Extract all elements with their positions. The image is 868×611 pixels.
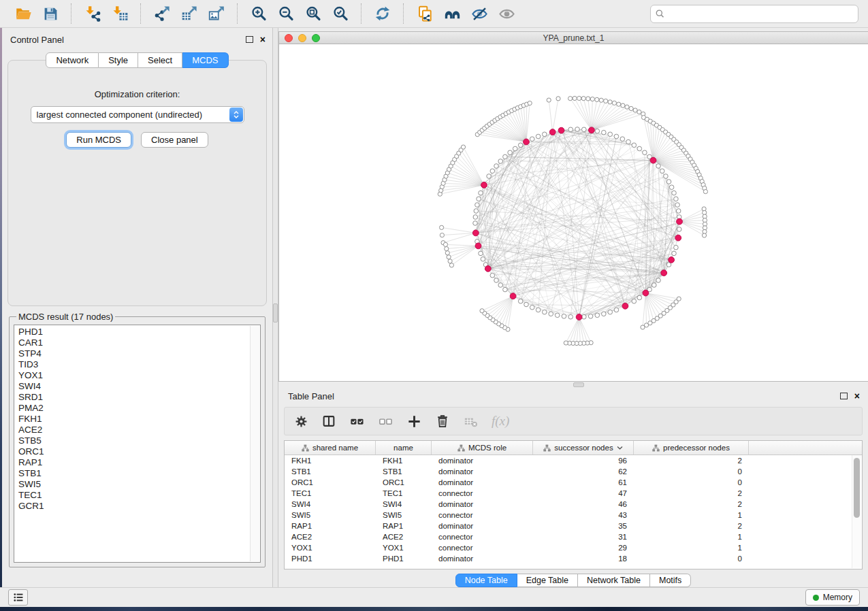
network-node[interactable]: [674, 245, 679, 250]
network-node[interactable]: [614, 134, 619, 139]
show-columns-button[interactable]: [321, 414, 336, 429]
network-node[interactable]: [633, 108, 637, 112]
deselect-all-button[interactable]: [378, 414, 393, 429]
run-mcds-button[interactable]: Run MCDS: [66, 132, 131, 148]
network-node-dominator[interactable]: [622, 303, 628, 309]
network-node[interactable]: [477, 197, 481, 201]
table-cell[interactable]: FKH1: [376, 457, 432, 465]
close-panel-icon[interactable]: ×: [854, 393, 860, 399]
mcds-result-item[interactable]: STB5: [18, 435, 260, 446]
network-node[interactable]: [672, 191, 677, 195]
table-row[interactable]: SWI5SWI5connector431: [285, 510, 862, 521]
import-table-button[interactable]: [109, 3, 131, 24]
table-cell[interactable]: dominator: [432, 478, 533, 486]
mcds-result-item[interactable]: STP4: [18, 348, 260, 359]
network-node[interactable]: [536, 134, 541, 139]
network-node[interactable]: [669, 185, 674, 190]
network-node-dominator[interactable]: [661, 270, 667, 276]
column-header-shared-name[interactable]: shared name: [285, 441, 376, 455]
tab-style[interactable]: Style: [99, 52, 138, 68]
open-session-button[interactable]: [12, 3, 34, 24]
table-cell[interactable]: 1: [634, 511, 749, 519]
network-node-dominator[interactable]: [524, 139, 530, 145]
network-node[interactable]: [490, 273, 495, 278]
table-cell[interactable]: STB1: [285, 467, 376, 476]
table-cell[interactable]: 0: [634, 478, 749, 486]
mcds-result-item[interactable]: STB1: [18, 468, 260, 479]
table-row[interactable]: STB1STB1dominator620: [285, 466, 862, 477]
table-cell[interactable]: SWI4: [376, 500, 432, 508]
table-row[interactable]: TEC1TEC1connector472: [285, 488, 862, 499]
network-node-dominator[interactable]: [472, 230, 479, 236]
network-node[interactable]: [473, 215, 478, 220]
tab-node-table[interactable]: Node Table: [455, 574, 517, 587]
network-node[interactable]: [621, 103, 625, 108]
mcds-result-item[interactable]: SWI4: [18, 381, 260, 392]
network-node-dominator[interactable]: [549, 129, 556, 135]
network-node[interactable]: [568, 314, 573, 319]
table-scrollbar[interactable]: [852, 455, 861, 568]
column-header-MCDS-role[interactable]: MCDS role: [432, 441, 533, 455]
table-scrollbar-thumb[interactable]: [854, 458, 860, 518]
table-cell[interactable]: 2: [634, 457, 749, 465]
table-cell[interactable]: RAP1: [285, 522, 376, 530]
network-node[interactable]: [617, 102, 621, 106]
network-node[interactable]: [602, 130, 607, 135]
import-network-button[interactable]: [82, 3, 103, 24]
close-panel-icon[interactable]: ×: [260, 36, 266, 43]
horizontal-splitter[interactable]: [278, 382, 868, 386]
tab-network[interactable]: Network: [46, 52, 99, 68]
network-node[interactable]: [503, 287, 508, 292]
network-node[interactable]: [637, 110, 641, 114]
network-node[interactable]: [556, 97, 560, 101]
network-node[interactable]: [524, 302, 529, 307]
mcds-result-item[interactable]: TEC1: [18, 490, 260, 501]
apply-layout-button[interactable]: [372, 3, 393, 24]
network-node[interactable]: [568, 97, 573, 101]
network-node[interactable]: [490, 169, 495, 174]
table-cell[interactable]: dominator: [432, 467, 533, 476]
network-node[interactable]: [637, 295, 642, 300]
network-node[interactable]: [664, 174, 669, 179]
splitter-grip[interactable]: [573, 382, 584, 387]
table-cell[interactable]: dominator: [432, 457, 533, 465]
table-cell[interactable]: 2: [634, 500, 749, 508]
network-node[interactable]: [703, 190, 707, 194]
network-node[interactable]: [564, 341, 568, 345]
network-node[interactable]: [632, 143, 637, 148]
table-cell[interactable]: dominator: [432, 522, 533, 530]
table-cell[interactable]: YOX1: [285, 544, 376, 552]
network-node[interactable]: [652, 283, 657, 288]
tab-motifs[interactable]: Motifs: [650, 574, 691, 587]
select-all-button[interactable]: [349, 414, 365, 429]
table-cell[interactable]: 47: [533, 489, 634, 497]
network-node-dominator[interactable]: [650, 157, 656, 163]
network-node[interactable]: [643, 150, 647, 155]
network-node[interactable]: [575, 127, 580, 132]
network-node[interactable]: [487, 174, 492, 179]
table-cell[interactable]: 61: [533, 478, 634, 486]
table-cell[interactable]: SWI5: [285, 511, 376, 519]
network-window-titlebar[interactable]: YPA_prune.txt_1: [279, 32, 868, 44]
network-node[interactable]: [448, 259, 452, 263]
mcds-result-item[interactable]: SWI5: [18, 479, 260, 490]
network-node[interactable]: [656, 164, 661, 169]
search-field[interactable]: [650, 5, 858, 23]
network-node[interactable]: [549, 312, 553, 316]
zoom-out-button[interactable]: [275, 3, 297, 24]
network-node[interactable]: [666, 180, 671, 184]
network-node[interactable]: [595, 129, 600, 133]
table-cell[interactable]: 18: [533, 555, 634, 563]
table-cell[interactable]: 29: [533, 544, 634, 552]
table-cell[interactable]: SWI4: [285, 500, 376, 508]
network-node[interactable]: [674, 197, 679, 201]
network-node[interactable]: [595, 97, 599, 101]
network-node[interactable]: [449, 263, 453, 267]
network-node[interactable]: [461, 145, 465, 149]
network-node[interactable]: [614, 308, 619, 312]
network-node-dominator[interactable]: [643, 290, 649, 296]
table-cell[interactable]: 2: [634, 522, 749, 530]
network-node[interactable]: [547, 98, 551, 102]
mcds-list-scrollbar[interactable]: [250, 326, 259, 561]
network-node[interactable]: [641, 325, 645, 329]
